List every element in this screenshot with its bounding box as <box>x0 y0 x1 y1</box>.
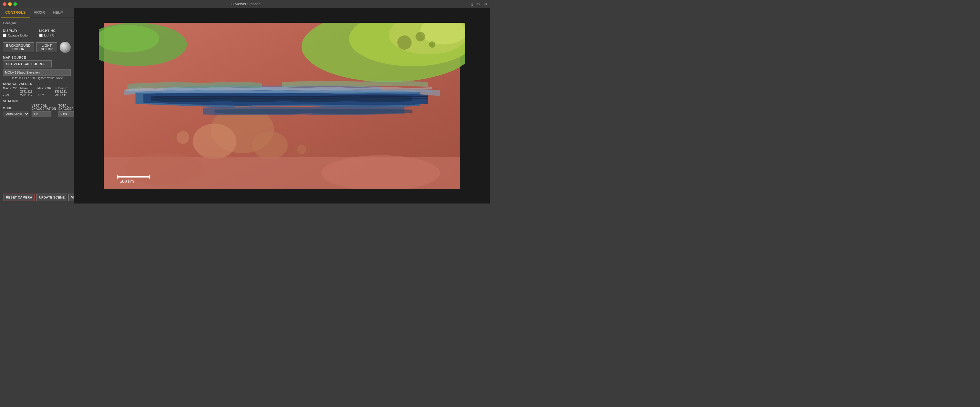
scaling-label: SCALING <box>3 99 71 103</box>
mode-label: MODE <box>3 106 29 110</box>
view-controls-button[interactable]: VIEW CONTROLS... <box>68 193 74 201</box>
total-label: TOTAL EXAGGERATION <box>59 104 74 110</box>
sv-value-min: -5730 <box>3 94 19 97</box>
background-color-button[interactable]: BACKGROUND COLOR <box>3 42 34 52</box>
lighting-label: LIGHTING <box>39 29 56 32</box>
tabs-bar: CONTROLS VR/XR HELP <box>0 8 74 18</box>
sv-value-mean: 2231.112 <box>20 94 36 97</box>
update-scene-button[interactable]: UPDATE SCENE <box>36 193 67 201</box>
mode-select[interactable]: Auto-Scale Manual None <box>3 111 29 117</box>
svg-point-18 <box>124 153 203 185</box>
sv-value-max: 7702 <box>37 94 54 97</box>
main-layout: CONTROLS VR/XR HELP Configure DISPLAY Op… <box>0 8 490 204</box>
svg-text:500 km: 500 km <box>120 179 134 184</box>
display-col: DISPLAY Opaque Bottom <box>3 27 30 40</box>
source-values-label: SOURCE VALUES <box>3 82 71 86</box>
titlebar: 3D viewer Options ℹ ⚙ ⇥ <box>0 0 490 8</box>
light-sphere <box>60 42 71 53</box>
svg-point-11 <box>193 124 236 159</box>
light-on-checkbox[interactable] <box>39 33 43 37</box>
map-source-label: MAP SOURCE <box>3 56 71 59</box>
sv-header-mean: Mean: 2231.112 <box>20 87 36 93</box>
total-exaggeration-input[interactable] <box>59 111 74 117</box>
tab-vr-xr[interactable]: VR/XR <box>30 8 49 17</box>
scaling-mode-row: MODE Auto-Scale Manual None VERTICAL EXA… <box>3 104 71 117</box>
maximize-button[interactable] <box>13 2 17 6</box>
svg-point-6 <box>416 32 425 41</box>
left-panel: CONTROLS VR/XR HELP Configure DISPLAY Op… <box>0 8 74 204</box>
window-title: 3D viewer Options <box>229 2 260 6</box>
sv-header-min: Min: -5730 <box>3 87 19 93</box>
svg-point-16 <box>297 144 306 154</box>
opaque-bottom-checkbox[interactable] <box>3 33 6 37</box>
sidebar-icon[interactable]: ⇥ <box>484 2 487 6</box>
display-lighting-row: DISPLAY Opaque Bottom LIGHTING Light On <box>3 27 71 40</box>
svg-point-5 <box>398 35 412 50</box>
set-vertical-source-button[interactable]: SET VERTICAL SOURCE... <box>3 60 52 67</box>
light-on-row: Light On <box>39 33 56 37</box>
info-icon[interactable]: ℹ <box>471 2 473 6</box>
source-values-section: SOURCE VALUES Min: -5730 Mean: 2231.112 … <box>3 82 71 97</box>
map-source-section: MAP SOURCE SET VERTICAL SOURCE... Units:… <box>3 56 71 80</box>
minimize-button[interactable] <box>8 2 12 6</box>
terrain-svg: 500 km <box>99 23 465 189</box>
close-button[interactable] <box>3 2 6 6</box>
svg-point-12 <box>252 131 288 159</box>
scaling-section: SCALING MODE Auto-Scale Manual None VERT… <box>3 99 71 117</box>
display-label: DISPLAY <box>3 29 30 32</box>
3d-viewer-panel: 500 km <box>74 8 490 204</box>
map-source-meta: Units: m PPD: 128.0 Ignore Value: None <box>3 76 71 80</box>
color-buttons-row: BACKGROUND COLOR LIGHT COLOR <box>3 42 71 53</box>
light-color-button[interactable]: LIGHT COLOR <box>36 42 57 52</box>
lighting-col: LIGHTING Light On <box>39 27 56 40</box>
source-values-data: -5730 2231.112 7702 2389.111 <box>3 94 71 97</box>
opaque-bottom-row: Opaque Bottom <box>3 33 30 37</box>
configure-label: Configure <box>3 21 71 25</box>
map-source-name-input[interactable] <box>3 69 71 76</box>
reset-camera-button[interactable]: RESET CAMERA <box>3 193 35 201</box>
sv-value-stddev: 2389.111 <box>55 94 71 97</box>
sv-header-max: Max: 7702 <box>37 87 54 93</box>
vert-exaggeration-input[interactable] <box>32 111 51 117</box>
bottom-buttons: RESET CAMERA UPDATE SCENE VIEW CONTROLS.… <box>0 191 74 204</box>
vert-label: VERTICAL EXAGGERATION <box>32 104 56 110</box>
opaque-bottom-label: Opaque Bottom <box>8 33 30 37</box>
svg-point-7 <box>429 41 436 48</box>
window-controls[interactable] <box>3 2 17 6</box>
panel-content: Configure DISPLAY Opaque Bottom LIGHTING… <box>0 18 74 191</box>
mode-col: MODE Auto-Scale Manual None <box>3 106 29 117</box>
sv-header-stddev: St Dev (σ): 2389.111 <box>55 87 71 93</box>
source-values-headers: Min: -5730 Mean: 2231.112 Max: 7702 St D… <box>3 87 71 93</box>
tab-help[interactable]: HELP <box>49 8 67 17</box>
terrain-container: 500 km <box>99 23 465 189</box>
total-col: TOTAL EXAGGERATION <box>59 104 74 117</box>
light-on-label: Light On <box>44 33 56 37</box>
gear-icon[interactable]: ⚙ <box>476 2 480 6</box>
tab-controls[interactable]: CONTROLS <box>1 8 30 17</box>
svg-point-9 <box>99 25 159 52</box>
titlebar-icons: ℹ ⚙ ⇥ <box>471 2 487 6</box>
svg-point-14 <box>177 131 189 144</box>
vert-col: VERTICAL EXAGGERATION <box>32 104 56 117</box>
